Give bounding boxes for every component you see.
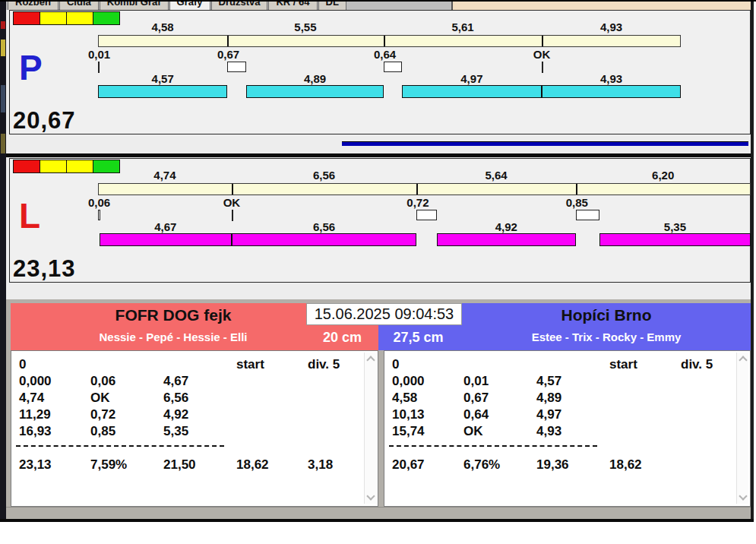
table-cell: 0,000 <box>19 375 52 387</box>
table-cell: 5,35 <box>163 425 188 438</box>
table-total-cell: 23,13 <box>19 458 52 471</box>
chevron-up-icon[interactable] <box>365 353 376 365</box>
run-table-left: 0startdiv. 50,0000,064,674,74OK6,5611,29… <box>11 350 378 507</box>
dog-time-label: 4,89 <box>246 73 384 84</box>
table-cell: 0,85 <box>90 425 115 438</box>
table-cell: 0,000 <box>392 375 425 387</box>
split-times-bar <box>98 35 681 47</box>
table-cell: 0,67 <box>463 391 489 404</box>
table-cell: 4,74 <box>19 391 44 404</box>
table-cell: 4,89 <box>536 391 561 404</box>
lane-total-p: 20,67 <box>13 109 76 132</box>
changeover-tick <box>232 210 233 221</box>
run-table-right: 0startdiv. 50,0000,014,574,580,674,8910,… <box>384 350 751 507</box>
changeover-label: OK <box>217 197 247 208</box>
split-time-label: 5,61 <box>384 21 542 33</box>
changeover-fault-box <box>416 210 437 220</box>
dog-time-bar <box>98 85 227 98</box>
segment-divider <box>542 36 543 46</box>
start-light <box>13 11 40 25</box>
desktop-edge <box>0 0 6 521</box>
table-total-cell: 6,76% <box>463 458 500 471</box>
table-cell: 4,58 <box>392 391 417 404</box>
lane-panel-l: 4,746,565,646,200,06OK0,720,854,676,564,… <box>9 158 751 283</box>
changeover-label: 0,72 <box>406 197 429 208</box>
start-light <box>93 11 120 25</box>
split-time-label: 5,55 <box>227 21 384 33</box>
chevron-down-icon[interactable] <box>737 492 748 504</box>
start-light <box>40 160 67 173</box>
segment-divider <box>384 36 385 46</box>
flyball-timing-window: RozběhČidlaKombi GrafGrafyDružstvaKR / 6… <box>0 0 756 544</box>
edge-sliver <box>1 134 5 153</box>
dog-time-label: 4,92 <box>437 221 576 232</box>
table-cell: 6,56 <box>163 391 188 404</box>
progress-line <box>342 141 748 146</box>
segment-divider <box>232 184 233 195</box>
table-cell: 0,06 <box>90 375 115 387</box>
lane-letter-p: P <box>19 50 43 85</box>
chevron-down-icon[interactable] <box>365 492 376 504</box>
table-header-cell: div. 5 <box>681 358 713 371</box>
edge-sliver <box>1 21 5 29</box>
table-header-cell: div. 5 <box>308 358 340 371</box>
table-total-cell: 18,62 <box>609 458 642 471</box>
lane-letter-l: L <box>19 198 40 233</box>
changeover-tick <box>542 62 543 73</box>
edge-sliver <box>1 85 5 112</box>
dog-time-label: 4,57 <box>98 73 227 84</box>
table-total-cell: 18,62 <box>236 458 269 471</box>
split-time-label: 5,64 <box>416 169 575 181</box>
table-cell: 4,67 <box>163 375 188 387</box>
changeover-tick <box>98 62 100 73</box>
datetime-display: 15.06.2025 09:04:53 <box>306 303 462 325</box>
dog-time-bar <box>100 233 231 246</box>
page-margin <box>0 522 756 544</box>
table-cell: 4,57 <box>536 375 561 387</box>
team-dogs-left: Nessie - Pepé - Hessie - Elli <box>21 331 325 343</box>
table-total-cell: 21,50 <box>163 458 196 471</box>
changeover-label: 0,01 <box>88 49 110 60</box>
split-time-label: 4,93 <box>542 21 681 33</box>
table-cell: 0,72 <box>90 408 115 421</box>
lane-p-graph: 4,585,555,614,930,010,670,64OK4,574,894,… <box>10 11 750 134</box>
lane-total-l: 23,13 <box>13 257 76 280</box>
edge-sliver <box>1 40 5 56</box>
lane-panel-p: 4,585,555,614,930,010,670,64OK4,574,894,… <box>9 10 751 134</box>
changeover-fault-box <box>227 62 246 72</box>
table-cell: 11,29 <box>19 408 51 421</box>
scrollbar[interactable] <box>736 353 748 504</box>
dog-time-label: 4,67 <box>100 221 231 232</box>
totals-divider <box>16 445 224 447</box>
table-total-cell: 20,67 <box>392 458 425 471</box>
changeover-label: OK <box>527 49 557 60</box>
table-header-cell: start <box>236 358 264 371</box>
scrollbar[interactable] <box>364 353 376 504</box>
segment-divider <box>227 36 229 46</box>
changeover-fault-box <box>576 210 600 220</box>
window-top-edge <box>0 0 756 2</box>
table-header-cell: 0 <box>392 358 399 371</box>
dog-time-label: 5,35 <box>599 221 751 232</box>
dog-time-label: 4,97 <box>402 73 542 84</box>
table-cell: 0,64 <box>463 408 489 421</box>
team-name-right: Hopíci Brno <box>462 307 751 323</box>
jump-height-right: 27,5 cm <box>378 326 458 350</box>
start-lights <box>14 160 120 173</box>
dog-time-bar <box>246 85 384 98</box>
table-cell: 15,74 <box>392 425 425 438</box>
start-light <box>13 160 40 173</box>
chevron-up-icon[interactable] <box>737 353 748 365</box>
totals-divider <box>389 445 597 447</box>
changeover-label: 0,64 <box>374 49 396 60</box>
dog-time-bar <box>542 85 681 98</box>
table-cell: 10,13 <box>392 408 425 421</box>
split-times-bar <box>98 183 751 195</box>
table-header-cell: start <box>609 358 637 371</box>
start-light <box>40 11 67 25</box>
split-time-label: 6,20 <box>576 169 751 181</box>
team-dogs-right: Estee - Trix - Rocky - Emmy <box>462 331 751 343</box>
segment-divider <box>416 184 418 195</box>
team-name-left: FOFR DOG fejk <box>21 307 325 323</box>
dog-time-bar <box>437 233 576 246</box>
